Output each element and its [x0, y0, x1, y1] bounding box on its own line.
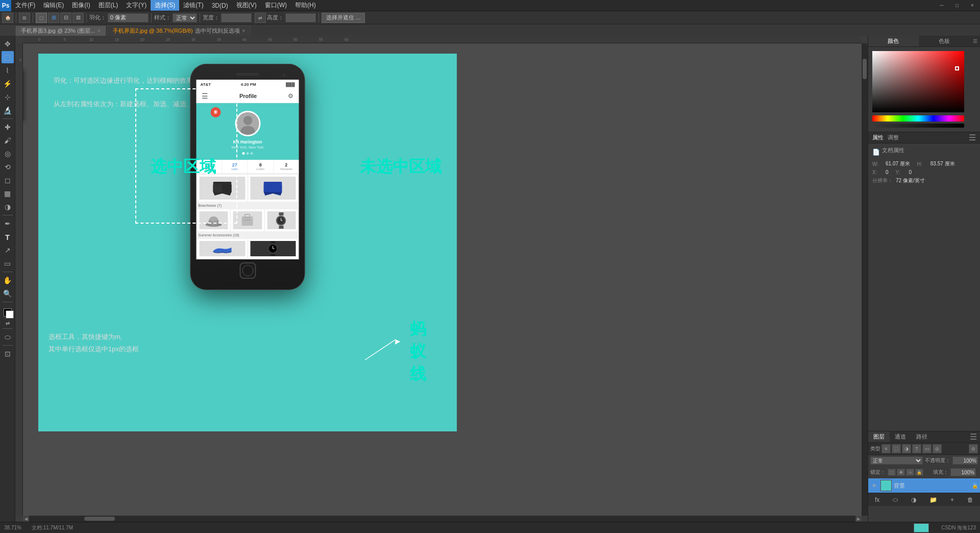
fill-input[interactable]	[950, 468, 976, 476]
select-subject-button[interactable]: 选择并遮住 ...	[322, 13, 365, 23]
crop-tool[interactable]: ⊹	[2, 91, 14, 103]
layer-filter-toggle[interactable]: ⊘	[969, 444, 978, 453]
product-item-3[interactable]	[198, 209, 230, 231]
layer-group-btn[interactable]: 📁	[929, 496, 937, 503]
adjustments-tab[interactable]: 调整	[888, 134, 899, 141]
layer-visibility-eye[interactable]: 👁	[870, 481, 878, 490]
layers-tab[interactable]: 图层	[868, 431, 890, 442]
subtract-selection-button[interactable]: ⊟	[60, 13, 71, 23]
lock-artboard-btn[interactable]: ⊹	[906, 469, 914, 476]
menu-edit[interactable]: 编辑(E)	[39, 0, 68, 11]
color-picker-dot[interactable]	[955, 66, 959, 70]
swap-button[interactable]: ⇄	[255, 13, 266, 23]
product-item-1[interactable]	[198, 175, 248, 202]
dodge-tool[interactable]: ◑	[2, 201, 14, 213]
clone-tool[interactable]: ◎	[2, 148, 14, 160]
menu-filter[interactable]: 滤镜(T)	[179, 0, 207, 11]
scroll-right-btn[interactable]: ▶	[855, 516, 862, 522]
layer-shape-btn[interactable]: ▭	[922, 444, 932, 453]
properties-menu-icon[interactable]: ☰	[969, 133, 976, 142]
layer-effects-btn[interactable]: fx	[875, 496, 879, 503]
layer-item-background[interactable]: 👁 背景 🔒	[868, 478, 980, 493]
hand-tool[interactable]: ✋	[2, 274, 14, 286]
height-input[interactable]	[285, 13, 316, 22]
new-selection-button[interactable]: □	[36, 13, 47, 23]
quick-mask-tool[interactable]: ⬭	[2, 331, 14, 343]
hero-avatar[interactable]	[235, 111, 260, 136]
menu-window[interactable]: 窗口(W)	[261, 0, 291, 11]
blend-mode-select[interactable]: 正常	[870, 456, 923, 465]
color-picker-area[interactable]	[872, 51, 976, 128]
swap-colors[interactable]: ⇄	[6, 321, 10, 326]
erase-tool[interactable]: ◻	[2, 174, 14, 186]
marquee-tool[interactable]: ⬚	[2, 51, 14, 63]
home-button[interactable]	[239, 262, 256, 279]
scroll-thumb-h[interactable]	[84, 517, 115, 521]
style-select[interactable]: 正常	[173, 13, 197, 22]
menu-layer[interactable]: 图层(L)	[94, 0, 122, 11]
layers-menu[interactable]: ☰	[967, 432, 980, 442]
color-tab[interactable]: 颜色	[868, 36, 919, 46]
screen-mode-tool[interactable]: ⊡	[2, 348, 14, 360]
feather-input[interactable]	[108, 13, 149, 22]
background-color[interactable]	[6, 310, 14, 319]
move-tool[interactable]: ✥	[2, 38, 14, 50]
menu-view[interactable]: 视图(V)	[232, 0, 261, 11]
maximize-button[interactable]: □	[949, 0, 965, 11]
properties-tab[interactable]: 属性	[872, 134, 884, 141]
tab-2-close[interactable]: ×	[242, 28, 246, 34]
opacity-input[interactable]	[952, 456, 978, 465]
minimize-button[interactable]: ─	[934, 0, 949, 11]
lock-position-btn[interactable]: ✥	[897, 469, 905, 476]
zoom-level[interactable]: 38.71%	[4, 525, 21, 530]
paths-tab[interactable]: 路径	[911, 431, 933, 442]
menu-select[interactable]: 选择(S)	[151, 0, 179, 11]
shape-tool[interactable]: ▭	[2, 257, 14, 270]
type-tool[interactable]: T	[2, 231, 14, 243]
add-selection-button[interactable]: ⊞	[48, 13, 59, 23]
product-item-7[interactable]	[248, 239, 298, 258]
layer-pixel-btn[interactable]: ⬚	[892, 444, 901, 453]
product-item-2[interactable]	[248, 175, 298, 202]
hamburger-icon[interactable]: ☰	[202, 92, 208, 100]
scroll-thumb-v[interactable]	[863, 59, 867, 79]
scroll-left-btn[interactable]: ◀	[23, 516, 29, 522]
alpha-slider[interactable]	[872, 124, 964, 128]
color-gradient[interactable]	[872, 51, 964, 112]
path-select-tool[interactable]: ↗	[2, 244, 14, 256]
panel-menu-icon[interactable]: ☰	[970, 36, 980, 46]
home-button[interactable]: 🏠	[2, 13, 13, 23]
lasso-tool[interactable]: ⌇	[2, 64, 14, 77]
quick-select-tool[interactable]: ⚡	[2, 78, 14, 90]
menu-type[interactable]: 文字(Y)	[122, 0, 151, 11]
product-item-6[interactable]	[198, 239, 248, 258]
layer-adjust-add-btn[interactable]: ◑	[911, 496, 916, 503]
menu-image[interactable]: 图像(I)	[68, 0, 94, 11]
layer-smart-btn[interactable]: ◎	[933, 444, 942, 453]
lock-all-btn[interactable]: 🔒	[915, 469, 923, 476]
swatches-tab[interactable]: 色板	[919, 36, 970, 46]
close-button[interactable]: ×	[965, 0, 980, 11]
heal-tool[interactable]: ✚	[2, 121, 14, 133]
layer-kind-all[interactable]: ≡	[881, 444, 891, 453]
brush-tool[interactable]: 🖌	[2, 134, 14, 147]
fg-bg-colors[interactable]	[2, 306, 14, 319]
layer-type-btn[interactable]: T	[912, 444, 921, 453]
settings-gear-icon[interactable]: ⚙	[288, 92, 293, 100]
history-tool[interactable]: ⟲	[2, 161, 14, 173]
product-item-4[interactable]	[231, 209, 264, 231]
product-item-5[interactable]	[265, 209, 298, 231]
width-input[interactable]	[221, 13, 252, 22]
pen-tool[interactable]: ✒	[2, 217, 14, 230]
menu-3d[interactable]: 3D(D)	[208, 0, 232, 11]
layout-button[interactable]: ⊞	[19, 13, 30, 23]
layer-adjust-btn[interactable]: ◑	[902, 444, 911, 453]
tab-2[interactable]: 手机界面2.jpg @ 38.7%(RGB/8) 选中可找到反选项 ×	[107, 26, 251, 36]
hue-slider[interactable]	[872, 115, 964, 122]
menu-help[interactable]: 帮助(H)	[291, 0, 320, 11]
scrollbar-vertical[interactable]	[862, 43, 868, 516]
intersect-selection-button[interactable]: ⊠	[72, 13, 84, 23]
eyedrop-tool[interactable]: 🔬	[2, 104, 14, 116]
layer-mask-btn[interactable]: ⬭	[893, 496, 898, 503]
layer-delete-btn[interactable]: 🗑	[967, 496, 973, 503]
